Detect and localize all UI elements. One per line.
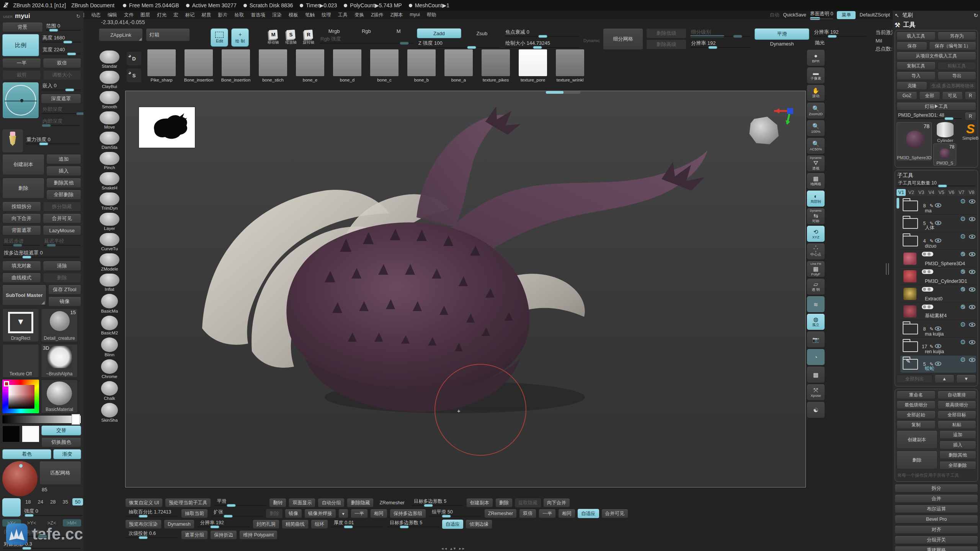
active-tool-slider[interactable]: PM3D_Sphere3D1: 48	[897, 112, 963, 121]
all-start-button[interactable]: 全部起始	[897, 411, 936, 419]
menu-item[interactable]: 图层	[137, 11, 153, 19]
menu-item[interactable]: 标记	[182, 11, 198, 19]
bottom-control[interactable]: 目标多边形数 5	[386, 520, 440, 529]
eye-icon[interactable]	[969, 199, 975, 204]
shelf-button[interactable]: ⁛ 中心点	[807, 243, 825, 259]
copy-button[interactable]: 复制	[897, 421, 936, 429]
cylinder-tool[interactable]: Cylinder	[933, 122, 957, 143]
back-icon[interactable]: ↖	[895, 12, 899, 18]
eye-icon[interactable]	[935, 221, 941, 225]
brush-icon[interactable]: ✎	[929, 344, 933, 349]
visibility-pill[interactable]	[922, 269, 933, 274]
shelf-button[interactable]: ◍ 孤立	[807, 314, 825, 330]
insert-button[interactable]: 插入	[939, 441, 977, 449]
current-swatch[interactable]	[72, 414, 80, 425]
bottom-control[interactable]: 次级投射 0.6	[125, 530, 179, 540]
tool-r-button[interactable]: R	[965, 112, 976, 121]
save-button[interactable]: 保存	[897, 42, 927, 50]
brush-icon[interactable]: ✎	[961, 287, 965, 292]
delete-all-button[interactable]: 全部删除	[939, 461, 977, 469]
bottom-control[interactable]: 目标多边形数 5	[410, 498, 464, 507]
subtool-visible-count-slider[interactable]: 子工具可见数量 10	[897, 179, 976, 188]
orientation-sphere-widget[interactable]	[2, 82, 39, 119]
edit-button[interactable]: Edit	[211, 28, 228, 47]
subtool-view-tab[interactable]: V8	[967, 189, 976, 196]
bottom-control[interactable]: 自适应	[442, 520, 464, 529]
gear-icon[interactable]: ⚙	[960, 357, 966, 363]
dock-item[interactable]: Move	[100, 111, 119, 129]
subtool-op-button[interactable]: 分组开关	[895, 536, 978, 544]
bottom-control[interactable]: 一半	[539, 509, 556, 518]
delete-button[interactable]: 删除	[2, 178, 44, 199]
move-button[interactable]: M 移动轴	[266, 28, 281, 47]
append-button[interactable]: 追加	[46, 154, 82, 164]
subtool-scrollbar[interactable]	[897, 198, 899, 209]
dock-item[interactable]: Inflat	[100, 274, 119, 292]
goz-visible-button[interactable]: 可见	[942, 91, 963, 100]
zscript-name[interactable]: DefaultZScript	[859, 12, 890, 18]
bottom-control[interactable]: ZRemesher	[484, 509, 517, 518]
split-hidden-button[interactable]: 拆分隐藏	[43, 202, 82, 212]
menu-item[interactable]: 文件	[121, 11, 137, 19]
simplebrush-tool[interactable]: S SimpleB	[959, 122, 980, 140]
eye-icon[interactable]	[935, 238, 941, 243]
width-slider[interactable]: 宽度 2240	[41, 46, 81, 56]
brush-preset[interactable]: Pike_sharp	[145, 49, 178, 85]
quicksave-button[interactable]: QuickSave	[783, 12, 806, 18]
bottom-control[interactable]: 自适应	[578, 509, 599, 518]
merge-down-button[interactable]: 向下合并	[2, 214, 41, 223]
axis-gizmo[interactable]	[772, 104, 796, 129]
dock-item[interactable]: CurveTu	[100, 233, 119, 251]
load-tool-button[interactable]: 载入工具	[897, 32, 936, 40]
shelf-button[interactable]: ✋ 滚动	[807, 85, 825, 101]
bottom-control[interactable]: 镜像并焊接	[304, 509, 336, 518]
dock-item[interactable]: TrimDyn	[100, 192, 119, 210]
delete-all-button[interactable]: 全部删除	[46, 190, 82, 200]
bottom-control[interactable]: 抽取当前	[181, 509, 208, 518]
ratio-button[interactable]: 比例	[2, 34, 39, 56]
export-button[interactable]: 导出	[938, 72, 977, 80]
dock-item[interactable]: SnakeH	[100, 172, 119, 190]
highest-sdiv-button[interactable]: 最高级细分	[938, 401, 977, 409]
shade-button[interactable]: 着色	[2, 449, 51, 459]
shelf-button[interactable]: ● BPR	[807, 50, 825, 66]
shelf-button[interactable]: ◐ 局部转	[807, 191, 825, 207]
focal-preset-button[interactable]: 24	[35, 498, 46, 505]
shelf-button[interactable]: 📷	[807, 331, 825, 347]
subtool-up-button[interactable]: ▲	[934, 375, 954, 383]
focal-preset-button[interactable]: 35	[60, 498, 70, 505]
menu-item[interactable]: Z插件	[368, 11, 387, 19]
del-higher-button[interactable]: 删除高级	[646, 39, 686, 49]
bottom-control[interactable]: 镜像	[285, 509, 302, 518]
visibility-pill[interactable]	[922, 252, 933, 256]
shelf-button[interactable]: 🔍 AC50%	[807, 138, 825, 154]
alpha-selector[interactable]: 15 Detail_creature	[41, 308, 78, 342]
subtool-view-tab[interactable]: V6	[947, 189, 956, 196]
goz-button[interactable]: GoZ	[897, 91, 917, 100]
brush-preset[interactable]: bone_stich	[256, 49, 290, 85]
brush-preset[interactable]: bone_e	[293, 49, 327, 85]
subtool-op-button[interactable]: 合并	[895, 494, 978, 503]
make-polymesh-button[interactable]: 生成 多边形网格物体	[929, 82, 976, 90]
folder-row-icons[interactable]: ⚙	[960, 339, 975, 346]
merge-visible-button[interactable]: 合并可见	[43, 214, 82, 223]
menu-item[interactable]: Z脚本	[387, 11, 406, 19]
brush-preset[interactable]: bone_c	[368, 49, 401, 85]
shelf-button[interactable]: ⤧ Xpose	[807, 384, 825, 400]
double-button[interactable]: 双倍	[43, 58, 82, 68]
subtool-row[interactable]: ✎ PM3D_Sphere3D4 ⚙ ✎	[900, 250, 976, 267]
height-slider[interactable]: 高度 1680	[41, 34, 81, 44]
backface-mask-button[interactable]: 背面遮罩	[2, 225, 41, 235]
auto-toggle[interactable]: 自动	[770, 12, 779, 18]
z-intensity-slider[interactable]: Z 强度 100	[417, 39, 501, 49]
bottom-control[interactable]: 删除隐藏	[347, 498, 374, 507]
brush-preset[interactable]: texture_pore	[516, 49, 550, 85]
canvas-scrollbar[interactable]	[546, 91, 580, 94]
bottom-control[interactable]: 自动分组	[318, 498, 345, 507]
subtool-title[interactable]: 子工具	[897, 172, 976, 179]
del-lower-button[interactable]: 删除低级	[646, 28, 686, 38]
shelf-button[interactable]: ▱ 透 明	[807, 279, 825, 295]
active-tool-thumbnail[interactable]: 78 PM3D_Sphere3D	[897, 122, 932, 160]
dock-item[interactable]: Chalk	[101, 381, 118, 401]
panel-divider-handle[interactable]	[886, 263, 889, 275]
